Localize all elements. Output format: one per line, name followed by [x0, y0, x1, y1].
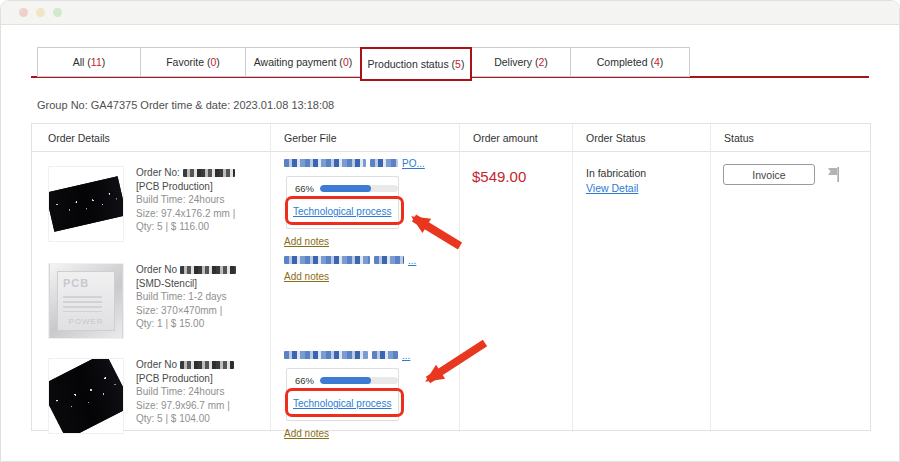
- order-type: [SMD-Stencil]: [136, 277, 236, 291]
- production-progress-box: 66% Technological process: [286, 368, 399, 421]
- add-notes-link[interactable]: Add notes: [284, 236, 329, 247]
- redacted-order-number: [180, 361, 234, 369]
- order-details-column: Order No: [PCB Production] Build Time: 2…: [32, 152, 270, 432]
- progress-bar: [320, 377, 398, 384]
- order-type: [PCB Production]: [136, 372, 236, 386]
- size-qty-price: Size: 97.9x96.7 mm | Qty: 5 | $ 104.00: [136, 399, 236, 426]
- order-row-3-gerber: ... 66% Technological process Add notes: [271, 344, 459, 432]
- maximize-window-icon[interactable]: [53, 8, 62, 17]
- col-header-order-amount: Order amount: [459, 124, 572, 152]
- tab-completed[interactable]: Completed (4): [570, 47, 690, 77]
- gerber-file-link[interactable]: PO...: [402, 158, 425, 169]
- order-row-2-details: PCB POWER Order No [SMD-Stencil] Build T…: [32, 249, 270, 344]
- order-row-1-gerber: PO... 66% Technological process Add note…: [271, 152, 459, 249]
- progress-percent: 66%: [295, 183, 314, 194]
- tab-delivery[interactable]: Delivery (2): [471, 47, 571, 77]
- order-tabs: All (11) Favorite (0) Awaiting payment (…: [31, 47, 869, 83]
- tab-production-status[interactable]: Production status (5): [360, 47, 472, 81]
- order-amount-column: $549.00: [459, 152, 572, 432]
- pcb-thumbnail[interactable]: [48, 166, 124, 242]
- redacted-gerber-filename: [374, 256, 404, 264]
- col-header-status: Status: [710, 124, 870, 152]
- order-amount-value: $549.00: [460, 152, 572, 185]
- technological-process-link[interactable]: Technological process: [293, 398, 391, 409]
- add-notes-link[interactable]: Add notes: [284, 428, 329, 439]
- redacted-gerber-filename: [284, 159, 366, 167]
- order-row-1-details: Order No: [PCB Production] Build Time: 2…: [32, 152, 270, 249]
- order-no-label: Order No:: [136, 167, 180, 178]
- order-status-column: In fabrication View Detail: [572, 152, 710, 432]
- redacted-gerber-filename: [284, 256, 370, 264]
- technological-process-link[interactable]: Technological process: [293, 206, 391, 217]
- order-type: [PCB Production]: [136, 180, 236, 194]
- pcb-thumbnail[interactable]: [48, 358, 124, 434]
- browser-window: All (11) Favorite (0) Awaiting payment (…: [0, 0, 900, 462]
- status-column: Invoice: [710, 152, 870, 432]
- annotation-highlight: Technological process: [285, 196, 404, 225]
- invoice-button[interactable]: Invoice: [723, 164, 815, 185]
- redacted-order-number: [183, 169, 235, 177]
- tab-awaiting-payment[interactable]: Awaiting payment (0): [245, 47, 361, 77]
- tab-all[interactable]: All (11): [37, 47, 141, 77]
- order-no-label: Order No: [136, 359, 177, 370]
- stencil-thumbnail[interactable]: PCB POWER: [48, 263, 124, 339]
- col-header-order-details: Order Details: [32, 124, 270, 152]
- pcb-photo: [48, 358, 124, 434]
- size-qty-price: Size: 370×470mm | Qty: 1 | $ 15.00: [136, 304, 236, 331]
- window-titlebar: [1, 1, 899, 25]
- build-time: Build Time: 24hours: [136, 193, 236, 207]
- view-detail-link[interactable]: View Detail: [586, 182, 638, 194]
- order-row-2-gerber: ... Add notes: [271, 249, 459, 344]
- progress-percent: 66%: [295, 375, 314, 386]
- order-no-label: Order No: [136, 264, 177, 275]
- col-header-gerber-file: Gerber File: [270, 124, 459, 152]
- flag-icon[interactable]: [827, 167, 840, 182]
- pcb-photo: [48, 176, 124, 232]
- redacted-gerber-filename: [372, 351, 398, 359]
- redacted-gerber-filename: [370, 159, 398, 167]
- group-header: Group No: GA47375 Order time & date: 202…: [37, 99, 869, 111]
- progress-bar: [320, 185, 398, 192]
- order-row-3-details: Order No [PCB Production] Build Time: 24…: [32, 344, 270, 432]
- redacted-gerber-filename: [284, 351, 368, 359]
- gerber-file-column: PO... 66% Technological process Add note…: [270, 152, 459, 432]
- production-progress-box: 66% Technological process: [286, 176, 399, 229]
- gerber-file-link[interactable]: ...: [402, 350, 410, 361]
- col-header-order-status: Order Status: [572, 124, 710, 152]
- minimize-window-icon[interactable]: [36, 8, 45, 17]
- stencil-photo: PCB POWER: [49, 263, 123, 339]
- gerber-file-link[interactable]: ...: [408, 255, 416, 266]
- add-notes-link[interactable]: Add notes: [284, 271, 329, 282]
- annotation-highlight: Technological process: [285, 388, 404, 417]
- close-window-icon[interactable]: [19, 8, 28, 17]
- fabrication-status-text: In fabrication: [586, 166, 710, 181]
- tab-favorite[interactable]: Favorite (0): [140, 47, 246, 77]
- build-time: Build Time: 1-2 days: [136, 290, 236, 304]
- size-qty-price: Size: 97.4x176.2 mm | Qty: 5 | $ 116.00: [136, 207, 236, 234]
- redacted-order-number: [180, 266, 236, 274]
- orders-table: Order Details Gerber File Order amount O…: [31, 123, 871, 431]
- build-time: Build Time: 24hours: [136, 385, 236, 399]
